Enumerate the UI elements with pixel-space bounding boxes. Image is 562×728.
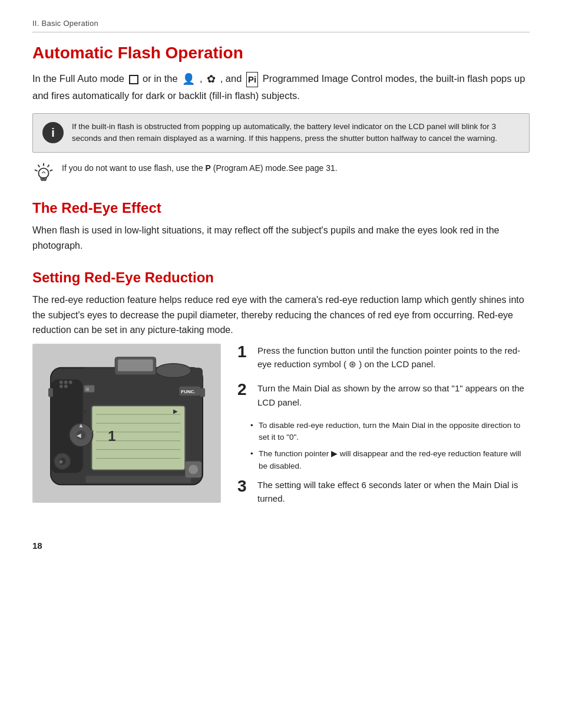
tip-text: If you do not want to use flash, use the… [62, 162, 338, 175]
warning-icon: i [42, 122, 64, 143]
red-eye-reduction-title: Setting Red-Eye Reduction [32, 269, 530, 286]
step-2-text: Turn the Main Dial as shown by the arrow… [257, 381, 530, 409]
svg-rect-16 [91, 406, 185, 470]
warning-box: i If the built-in flash is obstructed fr… [32, 113, 530, 153]
svg-point-40 [64, 380, 68, 384]
svg-rect-45 [200, 388, 205, 397]
svg-point-38 [189, 465, 198, 474]
svg-point-43 [64, 384, 68, 388]
svg-line-8 [42, 172, 44, 173]
tip-section: If you do not want to use flash, use the… [32, 162, 530, 183]
two-col-layout: ▶ 1 FUNC. ◀ ▲ ⊛ ➤ [32, 344, 530, 516]
svg-rect-34 [86, 476, 191, 483]
svg-text:⊛: ⊛ [59, 459, 63, 465]
svg-line-2 [49, 170, 52, 172]
step-1-text: Press the function button until the func… [257, 344, 530, 371]
svg-text:▶: ▶ [173, 408, 178, 414]
svg-text:FUNC.: FUNC. [181, 389, 195, 394]
step-2-number: 2 [237, 381, 250, 398]
step-1-number: 1 [237, 344, 250, 360]
auto-flash-title: Automatic Flash Operation [32, 43, 530, 63]
svg-line-3 [35, 170, 38, 172]
red-eye-title: The Red-Eye Effect [32, 200, 530, 217]
svg-text:◀: ◀ [77, 432, 81, 439]
bullet-list: To disable red-eye reduction, turn the M… [250, 420, 530, 472]
mode-icon-portrait: 👤 [182, 71, 195, 88]
camera-illustration: ▶ 1 FUNC. ◀ ▲ ⊛ ➤ [32, 344, 221, 503]
svg-text:1: 1 [108, 428, 115, 444]
svg-rect-15 [118, 360, 153, 371]
svg-text:▶: ▶ [82, 407, 87, 414]
svg-rect-7 [41, 180, 46, 181]
svg-point-5 [38, 169, 48, 179]
step-3-number: 3 [237, 478, 250, 495]
svg-line-1 [48, 165, 49, 167]
warning-text: If the built-in flash is obstructed from… [72, 121, 520, 146]
page-number: 18 [32, 539, 530, 553]
svg-line-4 [38, 165, 40, 167]
svg-point-36 [156, 364, 191, 378]
step-3-text: The setting will take effect 6 seconds l… [257, 478, 530, 506]
mode-icon-square [129, 75, 138, 84]
section-label: II. Basic Operation [32, 18, 530, 32]
steps-column: 1 Press the function button until the fu… [237, 344, 530, 516]
red-eye-reduction-body: The red-eye reduction feature helps redu… [32, 292, 530, 338]
svg-point-39 [59, 380, 63, 384]
step-2: 2 Turn the Main Dial as shown by the arr… [237, 381, 530, 409]
svg-point-41 [69, 380, 72, 384]
bullet-2: The function pointer ▶ will disappear an… [250, 448, 530, 472]
red-eye-body: When flash is used in low-light situatio… [32, 223, 530, 253]
svg-text:▲: ▲ [78, 422, 84, 429]
svg-rect-44 [48, 388, 53, 397]
step-3: 3 The setting will take effect 6 seconds… [237, 478, 530, 506]
mode-icon-flower: ✿ [207, 71, 216, 88]
mode-icon-pi: Pi [246, 72, 258, 87]
svg-text:➤: ➤ [88, 427, 94, 435]
tip-bold-p: P [206, 163, 211, 173]
tip-lightbulb-icon [32, 161, 55, 183]
svg-text:⊞: ⊞ [85, 387, 90, 392]
svg-point-42 [59, 384, 63, 388]
auto-flash-intro: In the Full Auto mode or in the 👤 , ✿ , … [32, 71, 530, 103]
step-1: 1 Press the function button until the fu… [237, 344, 530, 371]
bullet-1: To disable red-eye reduction, turn the M… [250, 420, 530, 444]
svg-line-9 [44, 172, 45, 173]
